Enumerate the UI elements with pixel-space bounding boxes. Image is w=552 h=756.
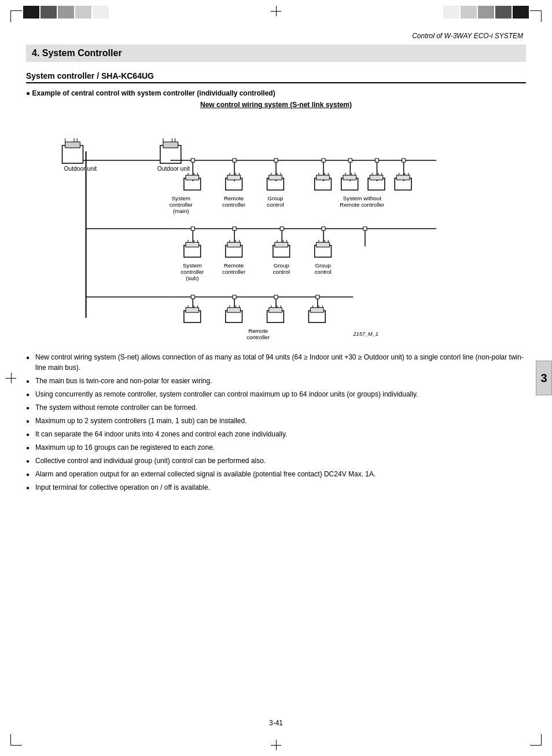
svg-rect-60 <box>396 175 410 180</box>
svg-rect-131 <box>191 159 194 162</box>
svg-text:controller: controller <box>181 269 204 275</box>
svg-text:Group: Group <box>274 262 290 269</box>
svg-rect-133 <box>274 159 278 162</box>
wiring-title: New control wiring system (S-net link sy… <box>26 101 526 109</box>
svg-text:controller: controller <box>246 334 270 340</box>
bullet-item: Input terminal for collective operation … <box>26 482 526 493</box>
example-label: Example of central control with system c… <box>26 89 526 97</box>
svg-rect-2 <box>65 142 80 148</box>
svg-rect-89 <box>275 243 288 247</box>
diagram-svg: Outdoor unit Outdoor unit <box>26 116 526 342</box>
color-block-r2 <box>461 6 477 19</box>
svg-rect-146 <box>316 295 319 299</box>
left-center-cross <box>6 373 16 383</box>
svg-text:(main): (main) <box>173 208 189 214</box>
svg-rect-135 <box>348 159 352 162</box>
svg-text:controller: controller <box>170 201 193 208</box>
svg-rect-136 <box>375 159 378 162</box>
svg-rect-139 <box>233 227 236 230</box>
svg-text:System: System <box>172 195 191 201</box>
section-tab: 3 <box>536 361 552 395</box>
svg-rect-55 <box>370 175 383 180</box>
main-content: Control of W-3WAY ECO-i SYSTEM 4. System… <box>26 32 526 730</box>
color-bar-left <box>23 6 109 19</box>
svg-rect-141 <box>322 227 325 230</box>
svg-rect-145 <box>274 295 278 299</box>
bullet-item: New control wiring system (S-net) allows… <box>26 352 526 373</box>
svg-rect-109 <box>186 308 199 313</box>
section-title-bar: 4. System Controller <box>26 45 526 62</box>
bottom-center-cross <box>271 740 281 750</box>
svg-rect-132 <box>233 159 236 162</box>
svg-rect-144 <box>233 295 236 299</box>
svg-rect-1 <box>62 145 83 163</box>
color-block-r4 <box>495 6 511 19</box>
svg-rect-31 <box>227 175 241 180</box>
svg-text:Remote: Remote <box>248 328 268 334</box>
svg-rect-124 <box>311 308 324 313</box>
svg-text:Outdoor unit: Outdoor unit <box>157 166 190 172</box>
svg-rect-82 <box>227 243 241 247</box>
color-block-r3 <box>478 6 494 19</box>
bullet-item: Collective control and individual group … <box>26 456 526 466</box>
svg-text:controller: controller <box>222 201 246 208</box>
section-title: 4. System Controller <box>32 48 520 58</box>
bullet-item: Maximum up to 2 system controllers (1 ma… <box>26 416 526 426</box>
svg-rect-74 <box>186 243 199 247</box>
svg-text:(sub): (sub) <box>186 275 198 281</box>
svg-rect-119 <box>269 308 282 313</box>
svg-rect-114 <box>227 308 241 313</box>
svg-text:Remote: Remote <box>224 262 244 269</box>
svg-rect-45 <box>317 175 330 180</box>
svg-text:System: System <box>183 262 202 269</box>
color-block-4 <box>75 6 91 19</box>
svg-rect-38 <box>269 175 282 180</box>
color-block-1 <box>23 6 39 19</box>
svg-text:control: control <box>267 201 284 208</box>
svg-rect-96 <box>317 243 330 247</box>
color-block-5 <box>93 6 109 19</box>
svg-text:controller: controller <box>222 269 246 275</box>
color-block-2 <box>41 6 57 19</box>
svg-rect-50 <box>343 175 356 180</box>
bullet-item: Maximum up to 16 groups can be registere… <box>26 442 526 453</box>
bullet-item: The main bus is twin-core and non-polar … <box>26 376 526 386</box>
svg-rect-23 <box>186 175 199 180</box>
diagram-container: Outdoor unit Outdoor unit <box>26 116 526 342</box>
bullet-list: New control wiring system (S-net) allows… <box>26 352 526 493</box>
bullet-item: The system without remote controller can… <box>26 402 526 413</box>
color-bar-right <box>443 6 529 19</box>
color-block-3 <box>58 6 74 19</box>
svg-text:Group: Group <box>267 195 284 201</box>
svg-text:Remote controller: Remote controller <box>340 201 385 208</box>
svg-text:2157_M_1: 2157_M_1 <box>352 331 378 337</box>
corner-mark-tl <box>10 10 22 22</box>
top-center-cross <box>271 6 281 16</box>
color-block-r1 <box>443 6 459 19</box>
corner-mark-br <box>530 734 542 746</box>
corner-mark-bl <box>10 734 22 746</box>
svg-text:control: control <box>273 269 290 275</box>
svg-text:Remote: Remote <box>224 195 244 201</box>
svg-text:System without: System without <box>343 195 381 201</box>
svg-rect-142 <box>363 227 367 230</box>
bullet-item: Using concurrently as remote controller,… <box>26 389 526 399</box>
subsection-title: System controller / SHA-KC64UG <box>26 71 526 83</box>
svg-rect-137 <box>402 159 406 162</box>
svg-rect-138 <box>191 227 194 230</box>
svg-rect-9 <box>163 142 178 148</box>
svg-text:control: control <box>314 269 331 275</box>
bullet-item: It can separate the 64 indoor units into… <box>26 429 526 439</box>
svg-text:Group: Group <box>315 262 332 269</box>
corner-mark-tr <box>530 10 542 22</box>
svg-rect-140 <box>280 227 284 230</box>
color-block-r5 <box>513 6 529 19</box>
bullet-item: Alarm and operation output for an extern… <box>26 469 526 479</box>
page-header: Control of W-3WAY ECO-i SYSTEM <box>26 32 526 40</box>
svg-text:Outdoor unit: Outdoor unit <box>64 166 97 172</box>
svg-rect-143 <box>191 295 194 299</box>
svg-rect-134 <box>322 159 325 162</box>
page-number: 3-41 <box>269 719 283 727</box>
